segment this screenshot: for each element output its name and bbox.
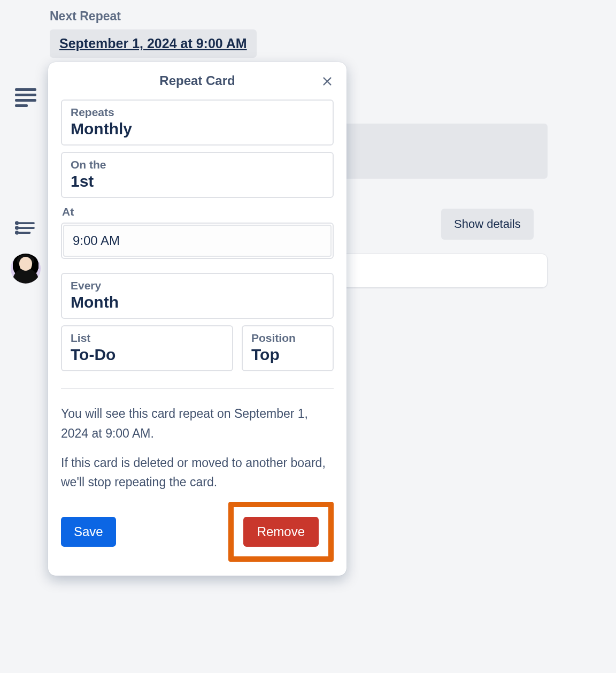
repeat-warning-text: If this card is deleted or moved to anot… bbox=[61, 453, 334, 493]
position-label: Position bbox=[251, 332, 324, 345]
svg-point-4 bbox=[16, 227, 18, 229]
at-time-input[interactable] bbox=[63, 225, 332, 257]
at-label: At bbox=[62, 205, 334, 218]
remove-highlight: Remove bbox=[228, 502, 334, 562]
list-label: List bbox=[71, 332, 224, 345]
on-the-value: 1st bbox=[71, 172, 324, 190]
description-icon bbox=[15, 88, 36, 105]
every-select[interactable]: Every Month bbox=[61, 273, 334, 319]
avatar bbox=[11, 254, 41, 284]
show-details-button[interactable]: Show details bbox=[441, 209, 534, 240]
on-the-select[interactable]: On the 1st bbox=[61, 152, 334, 198]
repeat-card-popover: Repeat Card Repeats Monthly On the 1st A… bbox=[48, 62, 346, 576]
popover-title: Repeat Card bbox=[159, 73, 235, 88]
close-button[interactable] bbox=[318, 72, 337, 91]
every-value: Month bbox=[71, 293, 324, 311]
repeats-value: Monthly bbox=[71, 120, 324, 138]
save-button[interactable]: Save bbox=[61, 517, 116, 547]
repeats-select[interactable]: Repeats Monthly bbox=[61, 100, 334, 146]
list-value: To-Do bbox=[71, 346, 224, 364]
divider bbox=[61, 388, 334, 389]
list-select[interactable]: List To-Do bbox=[61, 325, 233, 371]
remove-button[interactable]: Remove bbox=[243, 517, 319, 547]
repeat-summary-text: You will see this card repeat on Septemb… bbox=[61, 404, 334, 443]
every-label: Every bbox=[71, 279, 324, 292]
svg-point-5 bbox=[16, 232, 18, 234]
repeats-label: Repeats bbox=[71, 106, 324, 119]
next-repeat-label: Next Repeat bbox=[50, 9, 121, 24]
position-value: Top bbox=[251, 346, 324, 364]
svg-point-3 bbox=[16, 222, 18, 224]
next-repeat-datetime[interactable]: September 1, 2024 at 9:00 AM bbox=[50, 29, 257, 58]
close-icon bbox=[321, 75, 333, 87]
on-the-label: On the bbox=[71, 158, 324, 171]
position-select[interactable]: Position Top bbox=[242, 325, 334, 371]
activity-icon bbox=[15, 218, 36, 240]
